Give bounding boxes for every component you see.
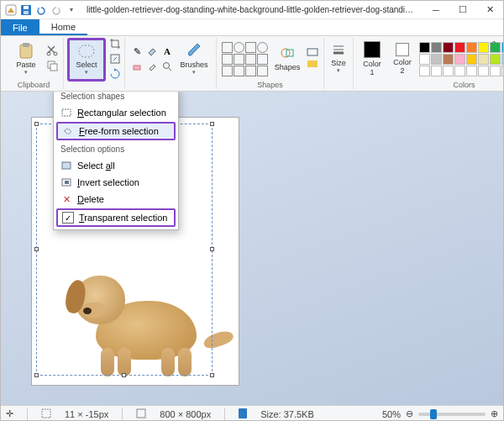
- color-swatch[interactable]: [431, 42, 442, 53]
- select-button[interactable]: Select ▾: [71, 42, 102, 77]
- menu-freeform-selection[interactable]: Free-form selection: [56, 122, 176, 140]
- color-swatch[interactable]: [419, 54, 430, 65]
- outline-icon[interactable]: [307, 48, 318, 58]
- color-swatch[interactable]: [466, 54, 477, 65]
- svg-rect-24: [62, 109, 71, 116]
- menu-rectangular-label: Rectangular selection: [77, 108, 166, 118]
- color-swatch[interactable]: [454, 42, 465, 53]
- cut-icon[interactable]: [46, 45, 58, 58]
- copy-icon[interactable]: [46, 60, 58, 73]
- menu-select-all[interactable]: Select all: [54, 157, 178, 174]
- group-shapes: Shapes Shapes: [217, 38, 324, 89]
- canvas-size-value: 800 × 800px: [160, 409, 211, 419]
- select-dropdown: Selection shapes Rectangular selection F…: [53, 92, 179, 230]
- zoom-value: 50%: [382, 409, 401, 419]
- magnifier-tool[interactable]: [160, 60, 174, 73]
- invert-selection-icon: [60, 176, 72, 188]
- color-swatch[interactable]: [490, 66, 501, 76]
- color-swatch[interactable]: [466, 66, 477, 76]
- color-swatch[interactable]: [466, 42, 477, 53]
- canvas-area[interactable]: Selection shapes Rectangular selection F…: [1, 92, 503, 405]
- collapse-ribbon-button[interactable]: ⌃: [488, 38, 500, 50]
- group-image: Select ▾ .: [64, 38, 125, 89]
- cursor-position-icon: ✛: [6, 408, 13, 419]
- menu-transparent-selection[interactable]: ✓ Transparent selection: [56, 208, 176, 227]
- svg-point-13: [164, 63, 170, 69]
- color2-label: Color 2: [393, 58, 412, 75]
- svg-rect-16: [307, 49, 318, 55]
- color-swatch[interactable]: [443, 54, 454, 65]
- svg-point-7: [54, 52, 57, 55]
- eyedropper-tool[interactable]: [145, 60, 159, 73]
- quick-access-toolbar: ▾: [1, 3, 81, 17]
- svg-rect-12: [134, 66, 140, 70]
- group-clipboard: Paste ▾ Clipboard: [4, 38, 64, 89]
- fill-shape-icon[interactable]: [307, 60, 318, 70]
- shape-gallery[interactable]: [222, 42, 268, 76]
- shapes-icon: [280, 46, 295, 61]
- svg-rect-25: [62, 162, 71, 169]
- tab-home[interactable]: Home: [39, 19, 87, 35]
- color-swatch[interactable]: [478, 66, 489, 76]
- menu-delete-label: Delete: [77, 194, 104, 204]
- eraser-tool[interactable]: [130, 60, 144, 73]
- paste-button[interactable]: Paste ▾: [9, 39, 43, 79]
- color-swatch[interactable]: [419, 42, 430, 53]
- resize-icon[interactable]: [109, 53, 121, 66]
- menu-delete[interactable]: ✕ Delete: [54, 191, 178, 208]
- size-button[interactable]: Size ▾: [326, 39, 351, 79]
- color-swatch[interactable]: [419, 66, 430, 76]
- svg-rect-5: [23, 43, 29, 47]
- file-size-icon: [239, 408, 247, 420]
- color-swatch[interactable]: [490, 54, 501, 65]
- group-tools: ✎ A Brushes ▾ .: [125, 38, 217, 89]
- rotate-icon[interactable]: [109, 68, 121, 82]
- brushes-button[interactable]: Brushes ▾: [177, 39, 211, 79]
- undo-icon[interactable]: [34, 3, 48, 17]
- zoom-slider[interactable]: [418, 413, 486, 416]
- menu-freeform-label: Free-form selection: [79, 126, 159, 136]
- color1-button[interactable]: Color 1: [359, 39, 386, 79]
- color-swatch[interactable]: [454, 54, 465, 65]
- minimize-button[interactable]: ─: [423, 1, 449, 19]
- group-shapes-label: Shapes: [257, 80, 283, 89]
- delete-icon: ✕: [60, 193, 72, 205]
- qat-customize-icon[interactable]: ▾: [65, 3, 78, 17]
- redo-icon[interactable]: [50, 3, 63, 17]
- color-swatch[interactable]: [443, 66, 454, 76]
- group-size: Size ▾ .: [324, 38, 354, 89]
- zoom-out-button[interactable]: ⊖: [406, 408, 413, 419]
- color2-button[interactable]: Color 2: [389, 39, 416, 79]
- svg-rect-10: [79, 45, 94, 57]
- zoom-controls: 50% ⊖ ⊕: [382, 408, 498, 419]
- svg-rect-30: [239, 408, 247, 418]
- color-swatch[interactable]: [454, 66, 465, 76]
- close-button[interactable]: ✕: [476, 1, 503, 19]
- color-swatch[interactable]: [443, 42, 454, 53]
- ribbon: Paste ▾ Clipboard Select ▾: [1, 36, 503, 92]
- window-title: little-golden-retriever-dog-standing-whi…: [81, 5, 423, 14]
- text-tool[interactable]: A: [160, 45, 174, 58]
- color2-swatch: [396, 43, 409, 56]
- size-icon: [332, 44, 345, 57]
- save-icon[interactable]: [19, 3, 33, 17]
- tab-file[interactable]: File: [1, 19, 39, 35]
- color-swatch[interactable]: [431, 66, 442, 76]
- menu-rectangular-selection[interactable]: Rectangular selection: [54, 104, 178, 121]
- fill-tool[interactable]: [145, 45, 159, 58]
- selection-size-icon: [41, 408, 51, 420]
- chevron-down-icon: ▾: [192, 69, 196, 76]
- svg-rect-28: [42, 409, 50, 418]
- menu-transparent-label: Transparent selection: [79, 213, 167, 223]
- color-swatch[interactable]: [431, 54, 442, 65]
- crop-icon[interactable]: [109, 38, 121, 51]
- zoom-in-button[interactable]: ⊕: [491, 408, 498, 419]
- pencil-tool[interactable]: ✎: [130, 45, 144, 58]
- select-lasso-icon: [77, 44, 96, 59]
- maximize-button[interactable]: ☐: [449, 1, 476, 19]
- menu-invert-selection[interactable]: Invert selection: [54, 174, 178, 191]
- shapes-button[interactable]: Shapes: [271, 39, 303, 79]
- size-label: Size: [331, 59, 346, 67]
- color-swatch[interactable]: [478, 54, 489, 65]
- clipboard-icon: [18, 42, 34, 59]
